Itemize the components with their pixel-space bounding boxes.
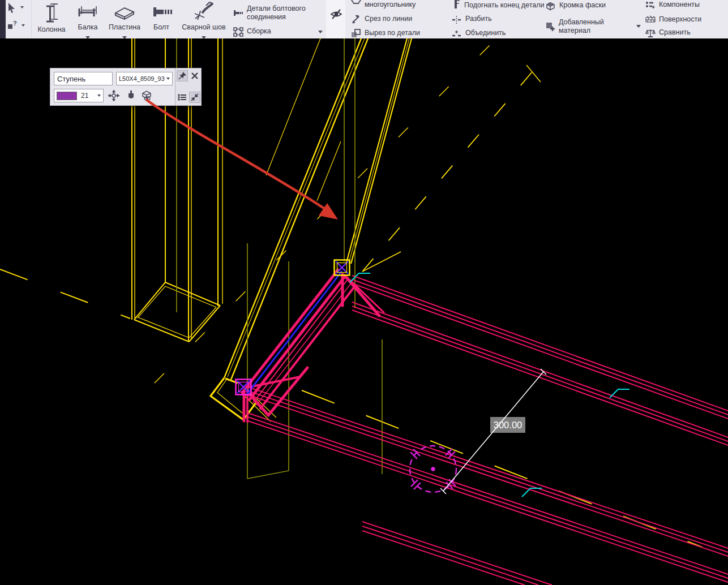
profile-dropdown[interactable]: L50X4_8509_93: [116, 72, 173, 85]
assembly-caret[interactable]: [318, 31, 323, 33]
cyan-reference-marks: [350, 273, 629, 497]
profile-value: L50X4_8509_93: [119, 75, 166, 82]
color-swatch: [57, 92, 77, 100]
ribbon-toolbar: ? Колонна Балка: [0, 0, 728, 38]
cursor-arrow-icon: [7, 2, 17, 14]
assembly-icon: [233, 27, 243, 37]
edge-group-caret[interactable]: [636, 25, 641, 28]
select-question-icon: ?: [7, 20, 18, 31]
close-icon: [191, 72, 199, 80]
fit-part-end-item[interactable]: Подогнать конец детали: [452, 0, 544, 10]
selected-brace-member[interactable]: [242, 270, 384, 422]
beam-caret[interactable]: [85, 36, 90, 38]
components-item[interactable]: Компоненты: [645, 1, 700, 10]
bolt-icon: [150, 2, 173, 22]
ribbon-divider: [31, 0, 32, 38]
split-icon: [452, 15, 462, 24]
list-button[interactable]: [177, 92, 188, 103]
list-icon: [178, 93, 187, 101]
bolt-details-button[interactable]: Детали болтового соединения: [233, 5, 318, 21]
collapse-button[interactable]: [189, 92, 200, 103]
compare-item[interactable]: Сравнить: [645, 28, 691, 38]
assembly-button[interactable]: Сборка: [233, 27, 271, 37]
added-material-item[interactable]: Добавленный материал: [545, 18, 607, 35]
svg-text:?: ?: [13, 20, 17, 27]
beam-button[interactable]: Балка: [70, 0, 105, 38]
visibility-toggle[interactable]: [329, 8, 343, 23]
select-filter-caret[interactable]: [22, 24, 25, 27]
polygon-cut-icon: [351, 0, 361, 6]
application-window: 300.00 ? Колонна: [0, 0, 728, 585]
bolt-details-icon: [233, 8, 243, 18]
beam-icon: [76, 2, 99, 22]
components-icon: [645, 1, 656, 10]
box-eye-icon: [140, 89, 153, 102]
line-cut-icon: [351, 15, 361, 24]
part-cut-icon: [351, 29, 361, 38]
plate-button[interactable]: Пластина: [108, 0, 142, 38]
mini-toolbar-controls: [175, 68, 202, 106]
combine-icon: [452, 29, 462, 38]
color-class-dropdown[interactable]: 21: [54, 89, 104, 102]
pink-rail-beams: [248, 276, 728, 585]
close-button[interactable]: [189, 70, 200, 81]
weld-button[interactable]: Сварной шов: [180, 0, 228, 38]
part-name-input[interactable]: [54, 72, 113, 85]
collapse-icon: [190, 93, 199, 102]
brace-centerline: [247, 271, 342, 394]
combine-item[interactable]: Объединить: [452, 29, 506, 38]
dimension-value: 300.00: [494, 420, 522, 430]
bolt-button[interactable]: Болт: [144, 0, 179, 38]
weld-icon: [192, 2, 215, 22]
added-material-icon: [545, 21, 555, 32]
pin-button[interactable]: [177, 70, 188, 81]
split-item[interactable]: Разбить: [452, 15, 492, 24]
plate-caret[interactable]: [122, 36, 127, 38]
move-button[interactable]: [107, 89, 121, 102]
profile-caret: [166, 78, 170, 80]
view-part-button[interactable]: [140, 89, 153, 102]
brace-handle-top[interactable]: [335, 260, 350, 276]
move-icon: [108, 90, 119, 101]
select-filter-button[interactable]: ?: [7, 20, 18, 33]
eye-slash-icon: [329, 8, 343, 20]
window-edge-strip: [0, 0, 6, 38]
dimension-annotation: 300.00: [440, 369, 546, 494]
paint-brush-icon: [126, 90, 135, 101]
mini-toolbar-body: L50X4_8509_93 21: [50, 68, 175, 106]
cursor-tool-caret[interactable]: [20, 6, 24, 8]
fit-part-end-icon: [452, 0, 461, 9]
surfaces-icon: [645, 15, 656, 25]
chamfer-icon: [545, 1, 556, 11]
color-class-value: 21: [81, 92, 95, 100]
column-button[interactable]: Колонна: [34, 0, 69, 38]
pin-icon: [178, 71, 187, 80]
chamfer-item[interactable]: Кромка фаски: [545, 1, 606, 11]
compare-icon: [645, 28, 656, 38]
plate-icon: [113, 2, 136, 22]
weld-caret[interactable]: [202, 36, 206, 38]
polygon-cut-item[interactable]: многоугольнику: [351, 0, 416, 9]
line-cut-item[interactable]: Срез по линии: [351, 15, 412, 24]
surfaces-item[interactable]: Поверхности: [645, 15, 701, 25]
paint-button[interactable]: [124, 89, 138, 102]
select-tool-button[interactable]: [7, 2, 17, 16]
color-class-caret: [97, 94, 101, 97]
part-cut-item[interactable]: Вырез по детали: [351, 29, 420, 38]
contextual-mini-toolbar: L50X4_8509_93 21: [50, 68, 202, 106]
column-icon: [41, 2, 62, 24]
